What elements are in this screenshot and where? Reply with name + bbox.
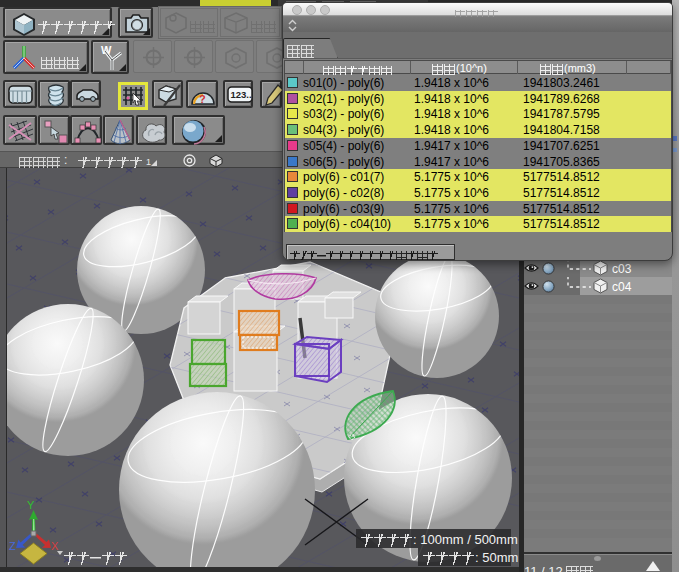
svg-text:X: X	[51, 540, 59, 552]
svg-text:Z: Z	[9, 540, 16, 552]
svg-text:Y: Y	[27, 499, 35, 511]
svg-text:123..: 123..	[230, 89, 251, 100]
svg-text:?: ?	[199, 93, 206, 105]
